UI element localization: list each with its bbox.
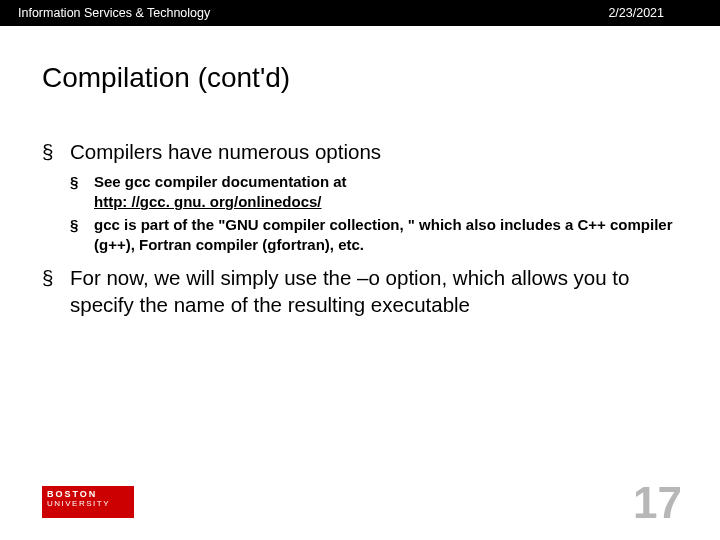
- org-name: Information Services & Technology: [18, 6, 210, 20]
- bullet-level2: § gcc is part of the "GNU compiler colle…: [70, 215, 678, 256]
- bullet-marker: §: [42, 140, 70, 164]
- bullet-text: Compilers have numerous options: [70, 140, 381, 164]
- bullet-text: See gcc compiler documentation at http: …: [94, 172, 347, 213]
- slide-date: 2/23/2021: [608, 6, 664, 20]
- logo-line2: UNIVERSITY: [47, 500, 129, 509]
- bullet-text-pre: See gcc compiler documentation at: [94, 173, 347, 190]
- bu-logo: BOSTON UNIVERSITY: [42, 486, 134, 518]
- slide-header: Information Services & Technology 2/23/2…: [0, 0, 720, 26]
- bullet-level1: § Compilers have numerous options: [42, 140, 678, 164]
- slide-content: § Compilers have numerous options § See …: [0, 94, 720, 318]
- bullet-marker: §: [70, 172, 94, 213]
- bullet-text: gcc is part of the "GNU compiler collect…: [94, 215, 678, 256]
- bullet-marker: §: [70, 215, 94, 256]
- page-number: 17: [633, 478, 682, 528]
- slide-footer: BOSTON UNIVERSITY 17: [0, 478, 720, 540]
- slide-title: Compilation (cont'd): [0, 26, 720, 94]
- bullet-text: For now, we will simply use the –o optio…: [70, 265, 678, 318]
- doc-link[interactable]: http: //gcc. gnu. org/onlinedocs/: [94, 193, 322, 210]
- bullet-level2: § See gcc compiler documentation at http…: [70, 172, 678, 213]
- bullet-marker: §: [42, 265, 70, 318]
- bullet-level1: § For now, we will simply use the –o opt…: [42, 265, 678, 318]
